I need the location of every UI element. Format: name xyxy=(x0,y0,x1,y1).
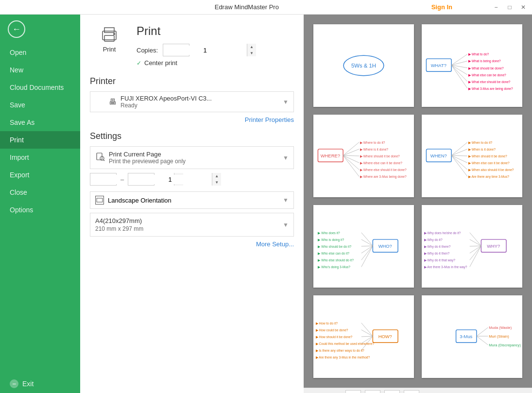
orientation-dropdown[interactable]: Landscape Orientation ▼ xyxy=(90,191,294,209)
svg-line-42 xyxy=(451,155,467,156)
svg-text:WHERE?: WHERE? xyxy=(321,153,340,158)
printer-selector[interactable]: 🖶 FUJI XEROX ApeosPort-VI C3... Ready ▼ xyxy=(90,91,294,112)
svg-rect-7 xyxy=(97,198,103,202)
page-to-up[interactable]: ▲ xyxy=(212,173,221,179)
svg-text:▶ How to do it?: ▶ How to do it? xyxy=(316,322,338,325)
svg-text:▶ What else can be done?: ▶ What else can be done? xyxy=(468,73,506,77)
page-to-down[interactable]: ▼ xyxy=(212,179,221,186)
sidebar-item-close[interactable]: Close xyxy=(0,184,80,201)
svg-text:WHAT?: WHAT? xyxy=(431,63,446,68)
center-print-check: ✓ xyxy=(137,60,141,67)
paper-info: A4(210x297mm) 210 mm x 297 mm xyxy=(95,217,283,232)
svg-line-44 xyxy=(451,155,467,170)
sidebar-item-save[interactable]: Save xyxy=(0,96,80,114)
sidebar-item-import[interactable]: Import xyxy=(0,149,80,166)
svg-text:▶ When should it be done?: ▶ When should it be done? xyxy=(468,154,507,158)
print-page-header: Print Current Page Print the previewed p… xyxy=(90,147,293,169)
copies-spinner[interactable]: ▲ ▼ xyxy=(163,44,189,56)
page-to-input[interactable] xyxy=(128,175,212,184)
svg-text:▶ Who else can do it?: ▶ Who else can do it? xyxy=(318,252,349,255)
back-button[interactable]: ← xyxy=(0,15,80,44)
print-current-page-dropdown[interactable]: Print Current Page Print the previewed p… xyxy=(90,146,294,169)
restore-button[interactable]: □ xyxy=(505,2,515,12)
paper-dims-label: 210 mm x 297 mm xyxy=(95,225,283,232)
minimize-button[interactable]: − xyxy=(491,2,501,12)
view-single-button[interactable] xyxy=(345,390,361,393)
svg-line-69 xyxy=(470,239,481,246)
settings-section-title: Settings xyxy=(90,131,294,141)
svg-text:▶ Who's doing 3-Mus?: ▶ Who's doing 3-Mus? xyxy=(318,265,350,269)
svg-text:▶ When is it done?: ▶ When is it done? xyxy=(468,148,496,151)
center-print-label: Center print xyxy=(144,59,177,67)
copies-decrement[interactable]: ▼ xyxy=(247,50,256,56)
svg-line-29 xyxy=(343,155,359,163)
paper-size-arrow: ▼ xyxy=(283,222,289,228)
svg-text:▶ When also should it be done?: ▶ When also should it be done? xyxy=(468,168,514,171)
printer-section-title: Printer xyxy=(90,76,294,86)
printer-row: 🖶 FUJI XEROX ApeosPort-VI C3... Ready ▼ xyxy=(109,95,289,109)
svg-text:▶ Where else should it be done: ▶ Where else should it be done? xyxy=(360,168,407,171)
sidebar-item-open[interactable]: Open xyxy=(0,44,80,61)
titlebar: Edraw MindMaster Pro Sign In − □ ✕ xyxy=(0,0,532,15)
svg-line-95 xyxy=(477,327,488,336)
svg-line-43 xyxy=(451,155,467,163)
svg-point-3 xyxy=(113,33,115,35)
sidebar-item-print[interactable]: Print xyxy=(0,131,80,149)
view-grid4-button[interactable] xyxy=(384,390,400,393)
page-from-spinner[interactable]: ▲ ▼ xyxy=(90,173,117,186)
exit-button[interactable]: − Exit xyxy=(0,375,80,393)
svg-text:▶ Who is doing it?: ▶ Who is doing it? xyxy=(318,238,344,242)
sidebar-item-cloud[interactable]: Cloud Documents xyxy=(0,79,80,96)
view-grid2-button[interactable] xyxy=(365,390,380,393)
copies-row: Copies: ▲ ▼ xyxy=(137,44,294,56)
svg-line-82 xyxy=(361,323,373,336)
printer-info: FUJI XEROX ApeosPort-VI C3... Ready xyxy=(120,95,279,109)
window-controls: − □ ✕ xyxy=(491,2,528,12)
svg-text:3-Mus: 3-Mus xyxy=(460,334,472,339)
more-setup-link[interactable]: More Setup... xyxy=(90,240,294,248)
view-fit-button[interactable] xyxy=(404,390,419,393)
printer-name: FUJI XEROX ApeosPort-VI C3... xyxy=(120,95,279,102)
preview-page-7: HOW? ▶ How to do it? ▶ How could be done… xyxy=(313,295,414,378)
main-area: ← Open New Cloud Documents Save Save As … xyxy=(0,15,532,393)
svg-line-59 xyxy=(361,246,373,267)
paper-size-row: A4(210x297mm) 210 mm x 297 mm ▼ xyxy=(95,217,289,232)
svg-text:▶ When to do it?: ▶ When to do it? xyxy=(468,141,493,144)
sidebar-item-new[interactable]: New xyxy=(0,61,80,79)
page-range-row: ▲ ▼ – ▲ ▼ xyxy=(90,173,294,186)
svg-line-71 xyxy=(470,246,481,253)
svg-text:Muda (Waste): Muda (Waste) xyxy=(489,325,512,330)
svg-text:▶ Why do it that way?: ▶ Why do it that way? xyxy=(424,258,456,262)
preview-area: 5Ws & 1H WHAT? ▶ What to do? ▶ What is b… xyxy=(304,15,532,393)
svg-text:▶ Could this method be used el: ▶ Could this method be used elsewhere? xyxy=(316,342,375,345)
sidebar-item-export[interactable]: Export xyxy=(0,166,80,184)
sidebar: ← Open New Cloud Documents Save Save As … xyxy=(0,15,80,393)
printer-icon xyxy=(97,24,121,44)
print-form-header: Print Copies: ▲ ▼ ✓ Center print xyxy=(137,24,294,67)
copies-label: Copies: xyxy=(137,47,158,54)
svg-text:▶ Where should it be done?: ▶ Where should it be done? xyxy=(360,154,400,158)
svg-text:Muri (Strain): Muri (Strain) xyxy=(489,334,509,339)
range-separator: – xyxy=(120,176,124,183)
sidebar-item-saveas[interactable]: Save As xyxy=(0,114,80,131)
svg-text:Mura (Discrepancy): Mura (Discrepancy) xyxy=(489,343,521,347)
svg-text:▶ Where are 3-Mus being done?: ▶ Where are 3-Mus being done? xyxy=(360,175,407,179)
svg-text:HOW?: HOW? xyxy=(378,334,392,339)
preview-page-8: 3-Mus Muda (Waste) Muri (Strain) Mura (D… xyxy=(422,295,522,378)
svg-line-83 xyxy=(361,330,373,336)
copies-increment[interactable]: ▲ xyxy=(247,44,256,50)
landscape-icon xyxy=(95,196,104,205)
sidebar-item-options[interactable]: Options xyxy=(0,201,80,219)
copies-input[interactable] xyxy=(163,46,247,55)
printer-properties-link[interactable]: Printer Properties xyxy=(90,116,294,123)
svg-line-26 xyxy=(343,142,359,155)
printer-chevron-icon: ▼ xyxy=(283,99,289,105)
svg-line-54 xyxy=(361,233,373,246)
svg-line-6 xyxy=(103,160,104,161)
signin-button[interactable]: Sign In xyxy=(431,3,452,11)
svg-text:▶ Who should be do it?: ▶ Who should be do it? xyxy=(318,245,351,248)
page-to-spinner[interactable]: ▲ ▼ xyxy=(128,173,154,186)
paper-size-dropdown[interactable]: A4(210x297mm) 210 mm x 297 mm ▼ xyxy=(90,213,294,237)
svg-text:WHY?: WHY? xyxy=(487,243,500,249)
close-button[interactable]: ✕ xyxy=(518,2,528,12)
